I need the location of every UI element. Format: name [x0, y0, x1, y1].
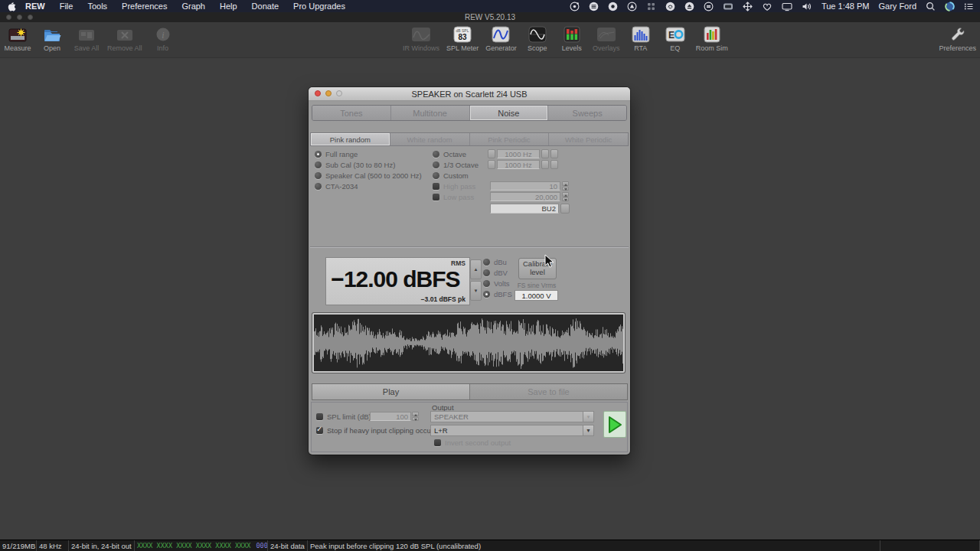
level-up-button[interactable]: ▲	[470, 259, 482, 279]
tab-noise[interactable]: Noise	[470, 106, 549, 120]
list-view-icon[interactable]	[964, 2, 974, 11]
spinner-control[interactable]	[412, 412, 419, 421]
level-down-button[interactable]: ▼	[470, 281, 482, 301]
close-icon[interactable]	[315, 90, 321, 96]
minimize-icon[interactable]	[325, 90, 332, 96]
toolbar-eq[interactable]: EEQ	[662, 25, 689, 52]
tab-tones[interactable]: Tones	[312, 106, 391, 120]
menu-user[interactable]: Gary Ford	[878, 2, 916, 11]
sync-circle-icon[interactable]	[704, 2, 714, 11]
slope-field[interactable]: BU2	[490, 204, 559, 214]
display-icon[interactable]	[782, 2, 792, 11]
decrement-button[interactable]	[488, 160, 495, 169]
radio-unit-dbv[interactable]: dBV	[483, 269, 512, 276]
orbit-icon[interactable]	[570, 2, 580, 11]
radio-speaker-cal-500-to-2000-hz[interactable]: Speaker Cal (500 to 2000 Hz)	[315, 171, 422, 179]
stop-clipping-checkbox[interactable]	[316, 427, 323, 434]
radio-1-3-octave[interactable]: 1/3 Octave	[433, 161, 479, 168]
invert-output-checkbox[interactable]	[434, 439, 441, 446]
toolbar-info: iInfo	[149, 25, 177, 52]
radio-cta-2034[interactable]: CTA-2034	[315, 182, 422, 190]
toolbar-generator[interactable]: Generator	[485, 25, 517, 52]
dialog-traffic-lights[interactable]	[315, 90, 342, 96]
toolbar-levels[interactable]: Levels	[558, 25, 586, 52]
shield-circle-icon[interactable]	[608, 2, 618, 11]
increment-button[interactable]	[550, 160, 558, 169]
menu-tools[interactable]: Tools	[87, 2, 107, 11]
window-traffic-lights[interactable]	[6, 15, 33, 20]
spinner-button[interactable]	[541, 149, 549, 158]
fan-circle-icon[interactable]	[627, 2, 637, 11]
radio-full-range[interactable]: Full range	[315, 150, 422, 158]
toolbar-spl-meter[interactable]: dB SPL83SPL Meter	[446, 25, 479, 52]
stop-clipping-row[interactable]: Stop if heavy input clipping occurs	[316, 426, 437, 434]
move-icon[interactable]	[743, 2, 753, 11]
output-device-select[interactable]: SPEAKER ▾	[430, 411, 594, 422]
creative-cloud-icon[interactable]	[665, 2, 675, 11]
high-pass-hz-field[interactable]: 10	[490, 181, 560, 191]
play-button[interactable]: Play	[312, 384, 470, 399]
generator-play-button[interactable]	[603, 411, 626, 438]
menu-help[interactable]: Help	[220, 2, 237, 11]
menu-donate[interactable]: Donate	[252, 2, 279, 11]
decrement-button[interactable]	[488, 149, 495, 158]
heart-icon[interactable]	[762, 2, 773, 11]
fs-sine-field[interactable]: 1.0000 V	[514, 290, 558, 301]
subtab-white-random[interactable]: White random	[390, 133, 470, 145]
spinner-control[interactable]	[562, 181, 569, 191]
toolbar-rta[interactable]: RTA	[627, 25, 655, 52]
output-channel-select[interactable]: L+R ▼	[430, 425, 594, 436]
third-octave-frequency-field[interactable]: 1000 Hz	[497, 160, 540, 169]
menu-graph[interactable]: Graph	[181, 2, 205, 11]
dropdown-arrow-icon[interactable]: ▾	[583, 412, 593, 422]
checkbox-icon	[433, 194, 439, 201]
apple-menu-icon[interactable]	[8, 2, 16, 11]
radio-unit-volts[interactable]: Volts	[483, 279, 512, 287]
subtab-pink-random[interactable]: Pink random	[311, 133, 390, 145]
menu-rew[interactable]: REW	[25, 2, 45, 11]
octave-frequency-field[interactable]: 1000 Hz	[497, 149, 540, 158]
toolbar-measure[interactable]: Measure	[4, 25, 31, 52]
toolbar-open[interactable]: Open	[38, 25, 66, 52]
toolbar-room-sim[interactable]: Room Sim	[696, 25, 728, 52]
dropdown-arrow-icon[interactable]: ▼	[583, 425, 593, 435]
radio-label: dBV	[494, 269, 508, 277]
subtab-pink-periodic[interactable]: Pink Periodic	[470, 133, 550, 145]
radio-octave[interactable]: Octave	[433, 150, 479, 158]
menu-preferences[interactable]: Preferences	[122, 2, 167, 11]
spinner-button[interactable]	[541, 160, 549, 169]
section-divider	[310, 246, 629, 248]
eject-circle-icon[interactable]	[684, 2, 694, 11]
low-pass-hz-field[interactable]: 20,000	[490, 192, 560, 201]
tab-multitone[interactable]: Multitone	[391, 106, 470, 120]
spl-limit-row[interactable]: SPL limit (dB):	[316, 412, 373, 420]
menu-file[interactable]: File	[60, 2, 74, 11]
radio-unit-dbfs[interactable]: dBFS	[483, 290, 512, 298]
list-circle-icon[interactable]	[589, 2, 599, 11]
menu-clock[interactable]: Tue 1:48 PM	[822, 2, 870, 11]
subtab-white-periodic[interactable]: White Periodic	[549, 133, 628, 145]
screen-share-icon[interactable]	[723, 2, 733, 11]
menu-pro-upgrades[interactable]: Pro Upgrades	[293, 2, 345, 11]
spl-limit-checkbox[interactable]	[316, 413, 323, 420]
save-to-file-button[interactable]: Save to file	[470, 384, 627, 399]
dropdown-button[interactable]	[560, 204, 570, 214]
radio-sub-cal-30-to-80-hz[interactable]: Sub Cal (30 to 80 Hz)	[315, 161, 422, 168]
radio-unit-dbu[interactable]: dBu	[483, 258, 512, 266]
search-icon[interactable]	[926, 2, 936, 11]
radio-custom[interactable]: Custom	[433, 171, 479, 179]
toolbar-scope[interactable]: Scope	[524, 25, 551, 52]
dialog-body: TonesMultitoneNoiseSweeps Pink randomWhi…	[309, 101, 630, 455]
spinner-control[interactable]	[562, 192, 569, 201]
launchpad-icon[interactable]	[945, 2, 955, 11]
tab-sweeps[interactable]: Sweeps	[548, 106, 626, 120]
toolbar-preferences[interactable]: Preferences	[939, 25, 976, 52]
low-pass-checkbox-row[interactable]: Low pass	[433, 193, 475, 201]
invert-output-row[interactable]: Invert second output	[434, 439, 511, 446]
high-pass-checkbox-row[interactable]: High pass	[433, 182, 475, 190]
spl-limit-field[interactable]: 100	[370, 412, 411, 421]
keystrokes-icon[interactable]	[646, 2, 656, 11]
volume-icon[interactable]	[802, 2, 812, 11]
increment-button[interactable]	[550, 149, 558, 158]
dialog-title-bar[interactable]: SPEAKER on Scarlett 2i4 USB	[309, 87, 630, 101]
